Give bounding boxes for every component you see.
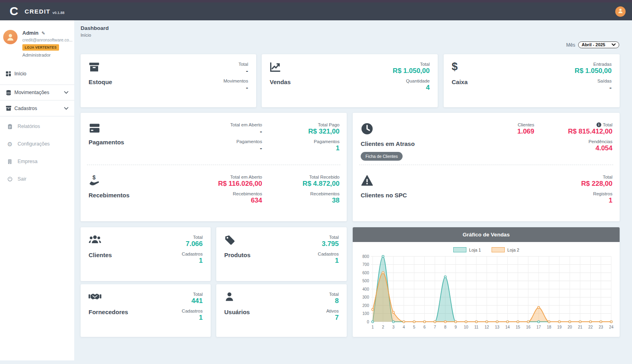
card-caixa: $ Caixa EntradasR$ 1.050,00 Saídas- [444, 54, 620, 107]
stat-value: - [223, 84, 248, 92]
app-name: CREDIT [25, 8, 51, 15]
sidebar-item-movimentacoes[interactable]: Movimentações [0, 85, 74, 100]
page-title: Dashboard [81, 25, 109, 31]
stat-value: - [236, 144, 262, 152]
sidebar-item-inicio[interactable]: Início [0, 66, 74, 81]
svg-text:15: 15 [515, 325, 520, 329]
user-menu-button[interactable] [615, 6, 626, 17]
ficha-de-clientes-button[interactable]: Ficha de Clientes [361, 152, 403, 161]
stat-label: Total Recebido [302, 175, 340, 179]
card-fornecedores: Fornecedores Total441 Cadastros1 [81, 284, 211, 337]
svg-text:2: 2 [382, 325, 384, 329]
card-clientes: Clientes Total7.066 Cadastros1 [81, 227, 211, 281]
info-icon[interactable]: i [596, 122, 601, 127]
svg-text:18: 18 [547, 325, 551, 329]
warning-triangle-icon [361, 175, 442, 188]
stat-value: 3.795 [322, 240, 339, 248]
card-title: Clientes no SPC [361, 192, 442, 199]
card-title: Usuários [224, 309, 250, 315]
card-title: Produtos [224, 252, 251, 258]
edit-profile-icon[interactable]: ✎ [41, 31, 45, 35]
month-filter: Mês Abril - 2025 [566, 41, 619, 48]
sidebar-item-sair[interactable]: Sair [0, 171, 74, 187]
chart-line-icon [270, 61, 291, 75]
dollar-icon: $ [452, 61, 468, 75]
stat-value: 1 [182, 314, 203, 322]
card-usuarios: Usuários Total8 Ativos7 [216, 284, 347, 337]
legend-item-loja2[interactable]: Loja 2 [492, 247, 519, 252]
stat-value: 1 [593, 197, 612, 205]
svg-text:11: 11 [474, 325, 478, 329]
svg-text:14: 14 [505, 325, 510, 329]
stat-label: Registros [593, 191, 612, 196]
stat-value: 1 [314, 144, 340, 152]
stat-label: Entradas [575, 62, 612, 67]
legend-swatch-loja2 [492, 247, 505, 252]
stat-value: 38 [310, 197, 340, 205]
svg-text:700: 700 [362, 262, 369, 267]
card-produtos: Produtos Total3.795 Cadastros1 [216, 227, 347, 281]
top-navbar: C CREDIT v0.1.88 [0, 2, 632, 20]
sidebar-item-cadastros[interactable]: Cadastros [0, 100, 74, 116]
users-icon [89, 234, 112, 248]
stat-value: R$ 116.026,00 [218, 180, 262, 188]
sidebar-item-empresa[interactable]: Empresa [0, 154, 74, 169]
month-select-value: Abril - 2025 [582, 42, 605, 47]
clipboard-icon [7, 124, 18, 130]
stat-value: 4.054 [589, 144, 612, 152]
stat-value: 4 [406, 84, 430, 92]
user-icon [224, 291, 250, 305]
svg-text:500: 500 [362, 279, 369, 283]
svg-text:7: 7 [434, 325, 436, 329]
card-title: Clientes em Atraso [361, 140, 442, 147]
sidebar-item-configuracoes[interactable]: ⚙ Configurações [0, 136, 74, 152]
legend-item-loja1[interactable]: Loja 1 [453, 247, 481, 252]
handshake-icon [89, 291, 128, 305]
stat-label: Total Pago [308, 122, 340, 127]
stat-label: Clientes [517, 122, 534, 127]
stat-value: 8 [329, 297, 339, 305]
month-select[interactable]: Abril - 2025 [578, 41, 619, 48]
stat-label: Recebimentos [310, 191, 340, 196]
stat-label: Total [186, 235, 203, 240]
stat-label: Total [239, 62, 248, 67]
svg-text:12: 12 [484, 325, 489, 329]
user-avatar-icon [617, 8, 624, 15]
svg-text:16: 16 [526, 325, 531, 329]
stat-label: Total [329, 292, 339, 297]
stat-value: 7.066 [186, 240, 203, 248]
store-badge: LOJA VERTENTES [22, 44, 59, 51]
svg-text:17: 17 [536, 325, 541, 329]
app-logo: C [10, 4, 18, 18]
database-icon [6, 90, 14, 96]
svg-text:10: 10 [464, 325, 468, 329]
pagamentos-section: Pagamentos Total em Aberto- Pagamentos- … [81, 113, 347, 165]
stat-value: - [230, 128, 262, 136]
stat-value: 1.069 [517, 128, 534, 136]
breadcrumb: Início [81, 33, 91, 37]
card-title: Estoque [89, 79, 112, 85]
card-title: Recebimentos [89, 192, 170, 199]
stat-value: - [239, 67, 248, 75]
tag-icon [224, 234, 251, 248]
sidebar: Admin ✎ credit@anronsoftware.co... LOJA … [0, 20, 74, 360]
chart-legend: Loja 1 Loja 2 [353, 247, 620, 252]
stat-value: 634 [233, 197, 262, 205]
svg-text:5: 5 [413, 325, 415, 329]
stat-label: Quantidade [406, 79, 430, 83]
stat-label: Total [393, 62, 430, 67]
sidebar-item-relatorios[interactable]: Relatórios [0, 119, 74, 134]
svg-text:800: 800 [362, 254, 369, 259]
svg-text:8: 8 [444, 325, 446, 329]
hand-holding-dollar-icon: $ [89, 175, 170, 188]
credit-dashboard: { "topbar": { "logo_letter": "C", "app_n… [0, 0, 632, 364]
user-role: Administrador [22, 53, 70, 57]
recebimentos-section: $ Recebimentos Total em AbertoR$ 116.026… [81, 165, 347, 217]
card-title: Vendas [270, 79, 291, 85]
stat-label: Total em Aberto [230, 122, 262, 127]
svg-text:6: 6 [423, 325, 426, 329]
svg-text:600: 600 [362, 271, 369, 275]
stat-value: R$ 228,00 [581, 180, 612, 188]
sidebar-item-label: Configurações [18, 141, 50, 147]
svg-text:300: 300 [362, 295, 369, 299]
